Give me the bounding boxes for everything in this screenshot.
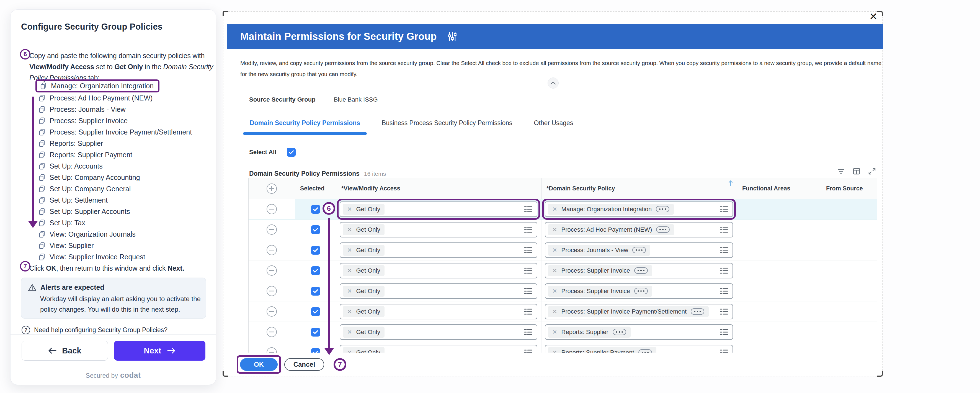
prompt-menu-icon[interactable] bbox=[720, 226, 728, 233]
filter-icon[interactable] bbox=[837, 167, 845, 175]
related-actions-button[interactable] bbox=[612, 329, 626, 335]
remove-row-button[interactable] bbox=[267, 266, 277, 276]
remove-row-button[interactable] bbox=[267, 224, 277, 235]
remove-row-button[interactable] bbox=[267, 286, 277, 296]
remove-value-icon[interactable]: ✕ bbox=[552, 206, 557, 213]
maintain-permissions-modal: ✕ Maintain Permissions for Security Grou… bbox=[223, 11, 883, 376]
related-actions-button[interactable] bbox=[691, 308, 704, 315]
related-actions-button[interactable] bbox=[638, 349, 652, 353]
view-modify-access-input[interactable]: ✕Get Only bbox=[340, 304, 537, 319]
prompt-menu-icon[interactable] bbox=[524, 206, 532, 213]
prompt-menu-icon[interactable] bbox=[524, 247, 532, 254]
remove-value-icon[interactable]: ✕ bbox=[347, 206, 352, 213]
close-icon[interactable]: ✕ bbox=[869, 12, 878, 22]
step-7-text-bold: OK bbox=[46, 264, 56, 272]
prompt-menu-icon[interactable] bbox=[524, 349, 532, 353]
row-selected-checkbox[interactable] bbox=[311, 307, 320, 316]
help-link[interactable]: Need help configuring Security Group Pol… bbox=[34, 326, 167, 334]
related-actions-button[interactable] bbox=[656, 226, 670, 233]
prompt-menu-icon[interactable] bbox=[524, 288, 532, 295]
domain-security-policy-input[interactable]: ✕Manage: Organization Integration bbox=[545, 202, 733, 217]
prompt-menu-icon[interactable] bbox=[524, 329, 532, 336]
row-selected-checkbox[interactable] bbox=[311, 287, 320, 296]
prompt-menu-icon[interactable] bbox=[720, 288, 728, 295]
domain-security-policy-input[interactable]: ✕Process: Supplier Invoice bbox=[545, 263, 733, 278]
prompt-menu-icon[interactable] bbox=[524, 226, 532, 233]
annotation-badge-6: 6 bbox=[323, 202, 335, 215]
domain-security-policy-input[interactable]: ✕Reports: Supplier bbox=[545, 325, 733, 340]
view-modify-access-input[interactable]: ✕Get Only bbox=[340, 345, 537, 353]
related-actions-button[interactable] bbox=[634, 267, 648, 274]
alert-body: Workday will display an alert asking you… bbox=[40, 294, 204, 315]
remove-value-icon[interactable]: ✕ bbox=[552, 308, 557, 315]
view-modify-access-input[interactable]: ✕Get Only bbox=[340, 202, 537, 217]
related-actions-button[interactable] bbox=[632, 247, 646, 253]
view-modify-access-input[interactable]: ✕Get Only bbox=[340, 242, 537, 258]
related-actions-button[interactable] bbox=[656, 206, 670, 212]
add-row-button[interactable] bbox=[267, 183, 277, 194]
prompt-menu-icon[interactable] bbox=[720, 349, 728, 353]
view-modify-access-input[interactable]: ✕Get Only bbox=[340, 222, 537, 237]
remove-value-icon[interactable]: ✕ bbox=[347, 226, 352, 233]
domain-security-policy-input[interactable]: ✕Process: Supplier Invoice Payment/Settl… bbox=[545, 304, 733, 319]
row-selected-checkbox[interactable] bbox=[311, 266, 320, 275]
view-modify-access-input[interactable]: ✕Get Only bbox=[340, 283, 537, 299]
step-6-text-bold: View/Modify Access bbox=[29, 63, 94, 71]
collapse-button[interactable] bbox=[547, 78, 558, 89]
step-7-text-part: Click bbox=[29, 264, 46, 272]
remove-value-icon[interactable]: ✕ bbox=[552, 226, 557, 233]
tab-domain-security-policy-permissions[interactable]: Domain Security Policy Permissions bbox=[249, 119, 361, 134]
grid-view-icon[interactable] bbox=[853, 167, 861, 175]
view-modify-access-input[interactable]: ✕Get Only bbox=[340, 263, 537, 278]
domain-security-policy-input[interactable]: ✕Reports: Supplier Payment bbox=[545, 345, 733, 353]
ok-button[interactable]: OK bbox=[240, 358, 278, 371]
remove-value-icon[interactable]: ✕ bbox=[552, 349, 557, 353]
row-selected-checkbox[interactable] bbox=[311, 225, 320, 234]
sort-ascending-icon[interactable] bbox=[728, 180, 733, 188]
remove-row-button[interactable] bbox=[267, 327, 277, 337]
ok-annotation-box: OK bbox=[237, 355, 281, 374]
prompt-menu-icon[interactable] bbox=[720, 267, 728, 274]
tab-other-usages[interactable]: Other Usages bbox=[533, 119, 574, 134]
policy-list-item: Set Up: Company Accounting bbox=[38, 172, 192, 183]
row-selected-checkbox[interactable] bbox=[311, 246, 320, 255]
remove-value-icon[interactable]: ✕ bbox=[347, 349, 352, 353]
functional-areas-cell bbox=[737, 342, 821, 353]
row-selected-checkbox[interactable] bbox=[311, 348, 320, 353]
remove-value-icon[interactable]: ✕ bbox=[347, 267, 352, 274]
table-row: ✕Get Only✕Reports: Supplier Payment bbox=[248, 342, 877, 353]
prompt-menu-icon[interactable] bbox=[720, 329, 728, 336]
next-button[interactable]: Next bbox=[114, 341, 205, 361]
related-actions-button[interactable] bbox=[634, 288, 648, 294]
remove-value-icon[interactable]: ✕ bbox=[552, 247, 557, 253]
domain-security-policy-input[interactable]: ✕Process: Supplier Invoice bbox=[545, 283, 733, 299]
view-modify-access-input[interactable]: ✕Get Only bbox=[340, 325, 537, 340]
remove-row-button[interactable] bbox=[267, 245, 277, 255]
remove-value-icon[interactable]: ✕ bbox=[347, 329, 352, 336]
remove-row-button[interactable] bbox=[267, 347, 277, 353]
expand-icon[interactable] bbox=[868, 167, 876, 175]
cancel-button[interactable]: Cancel bbox=[284, 358, 324, 371]
remove-value-icon[interactable]: ✕ bbox=[552, 267, 557, 274]
domain-security-policy-input[interactable]: ✕Process: Journals - View bbox=[545, 242, 733, 258]
select-all-checkbox[interactable] bbox=[287, 148, 296, 157]
prompt-menu-icon[interactable] bbox=[720, 247, 728, 254]
back-button[interactable]: Back bbox=[22, 341, 108, 361]
remove-row-button[interactable] bbox=[267, 306, 277, 317]
remove-value-icon[interactable]: ✕ bbox=[347, 308, 352, 315]
domain-security-policy-input[interactable]: ✕Process: Ad Hoc Payment (NEW) bbox=[545, 222, 733, 237]
tab-business-process-security-policy-permissions[interactable]: Business Process Security Policy Permiss… bbox=[381, 119, 513, 134]
prompt-menu-icon[interactable] bbox=[524, 308, 532, 315]
remove-value-icon[interactable]: ✕ bbox=[552, 329, 557, 336]
row-selected-checkbox[interactable] bbox=[311, 205, 320, 214]
remove-value-icon[interactable]: ✕ bbox=[347, 288, 352, 294]
remove-row-button[interactable] bbox=[267, 204, 277, 214]
row-selected-checkbox[interactable] bbox=[311, 328, 320, 337]
remove-value-icon[interactable]: ✕ bbox=[552, 288, 557, 294]
policy-label: Manage: Organization Integration bbox=[51, 82, 154, 90]
prompt-menu-icon[interactable] bbox=[524, 267, 532, 274]
sliders-icon[interactable] bbox=[447, 31, 457, 42]
prompt-menu-icon[interactable] bbox=[720, 308, 728, 315]
prompt-menu-icon[interactable] bbox=[720, 206, 728, 213]
remove-value-icon[interactable]: ✕ bbox=[347, 247, 352, 253]
